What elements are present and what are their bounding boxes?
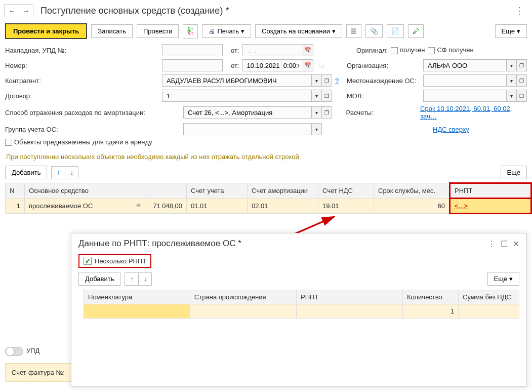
post-button[interactable]: Провести <box>137 24 179 38</box>
popup-move-up[interactable]: ↑ <box>125 273 138 285</box>
col-vat[interactable]: Счет НДС <box>318 183 374 199</box>
eye-icon[interactable]: 👁 <box>136 202 142 209</box>
col-acct[interactable]: Счет учета <box>187 183 248 199</box>
original-label: Оригинал: <box>356 47 388 54</box>
pcell-country[interactable] <box>190 304 297 319</box>
org-input[interactable] <box>427 61 503 70</box>
rnpt-row[interactable]: 1 <box>84 304 519 319</box>
group-dropdown[interactable]: ▾ <box>312 123 322 135</box>
counterparty-input[interactable] <box>166 76 308 85</box>
multi-rnpt-checkbox[interactable]: ✓ <box>84 257 92 265</box>
cell-n: 1 <box>6 199 25 214</box>
dt-kt-button[interactable]: ДтКт <box>183 24 198 38</box>
org-label: Организация: <box>347 62 420 69</box>
more-button[interactable]: Еще ▾ <box>495 24 527 38</box>
popup-maximize-icon[interactable]: ☐ <box>501 239 508 249</box>
invoice-no-input[interactable] <box>166 46 219 55</box>
sf-received-checkbox[interactable] <box>428 47 435 54</box>
vat-link[interactable]: НДС сверху <box>433 126 469 133</box>
contract-open[interactable]: ❐ <box>322 90 332 102</box>
date-input[interactable] <box>246 61 300 70</box>
pcol-qty[interactable]: Количество <box>403 290 459 304</box>
upd-toggle[interactable] <box>5 347 23 356</box>
pcell-rnpt[interactable] <box>297 304 403 319</box>
forward-button[interactable]: → <box>19 5 33 17</box>
write-button[interactable]: Записать <box>91 24 133 38</box>
loc-dropdown[interactable]: ▾ <box>507 74 517 87</box>
pcell-nom[interactable] <box>84 304 190 319</box>
org-open[interactable]: ❐ <box>517 59 527 71</box>
mol-input[interactable] <box>427 92 503 100</box>
calendar-icon[interactable] <box>303 44 313 56</box>
contract-dropdown[interactable]: ▾ <box>312 90 322 102</box>
mol-open[interactable]: ❐ <box>517 90 527 102</box>
col-amount[interactable] <box>146 183 187 199</box>
contract-input[interactable] <box>166 92 308 100</box>
popup-close-icon[interactable]: ✕ <box>513 239 519 249</box>
add-row-button[interactable]: Добавить <box>5 166 47 179</box>
doc-icon <box>391 27 399 35</box>
popup-add-button[interactable]: Добавить <box>78 272 120 286</box>
edit-button[interactable] <box>408 24 424 38</box>
from-label-1: от: <box>231 47 239 54</box>
amort-dropdown[interactable]: ▾ <box>312 106 322 119</box>
col-n[interactable]: N <box>6 183 25 199</box>
location-input[interactable] <box>427 76 503 85</box>
calendar-icon-2[interactable] <box>303 59 313 71</box>
pcol-nom[interactable]: Номенклатура <box>84 290 190 304</box>
pcol-sum[interactable]: Сумма без НДС <box>459 290 519 304</box>
pcol-country[interactable]: Страна происхождения <box>190 290 297 304</box>
mol-label: МОЛ: <box>347 92 420 100</box>
header-more-icon[interactable]: ⋮ <box>511 3 528 18</box>
invoice-date-input[interactable] <box>246 46 300 55</box>
amort-open[interactable]: ❐ <box>322 106 332 119</box>
cell-rnpt[interactable]: <...> <box>450 199 531 214</box>
rnpt-table: Номенклатура Страна происхождения РНПТ К… <box>84 290 519 319</box>
back-button[interactable]: ← <box>5 5 19 17</box>
calc-link[interactable]: Срок 10.10.2021, 60.01, 60.02, зач… <box>420 105 527 120</box>
group-input[interactable] <box>187 125 308 134</box>
amort-label: Способ отражения расходов по амортизации… <box>5 109 183 116</box>
pcell-qty[interactable]: 1 <box>403 304 459 319</box>
loc-open[interactable]: ❐ <box>517 74 527 87</box>
attach-button[interactable] <box>365 24 383 38</box>
col-rnpt[interactable]: РНПТ <box>450 183 531 199</box>
post-and-close-button[interactable]: Провести и закрыть <box>5 23 87 39</box>
org-dropdown[interactable]: ▾ <box>507 59 517 71</box>
mol-dropdown[interactable]: ▾ <box>507 90 517 102</box>
col-asset[interactable]: Основное средство <box>25 183 146 199</box>
rent-checkbox[interactable] <box>5 139 12 146</box>
table-row[interactable]: 1 прослеживаемое ОС 👁 71 048,00 01.01 02… <box>6 199 531 214</box>
received-checkbox[interactable] <box>391 47 398 54</box>
cp-open[interactable]: ❐ <box>322 74 332 87</box>
group-label: Группа учета ОС: <box>5 126 183 133</box>
list-icon <box>351 27 357 35</box>
pcell-sum[interactable] <box>459 304 519 319</box>
pcol-rnpt[interactable]: РНПТ <box>297 290 403 304</box>
help-link[interactable]: ? <box>335 77 339 85</box>
col-amort[interactable]: Счет амортизации <box>248 183 318 199</box>
amort-input[interactable] <box>187 108 308 117</box>
clip-icon <box>370 27 378 35</box>
move-up-button[interactable]: ↑ <box>52 167 65 179</box>
multi-rnpt-box: ✓ Несколько РНПТ <box>78 254 151 268</box>
report-button[interactable] <box>387 24 404 38</box>
table-more-button[interactable]: Еще <box>501 166 527 179</box>
rnpt-popup: Данные по РНПТ: прослеживаемое ОС * ⋮ ☐ … <box>71 233 527 387</box>
assets-table: N Основное средство Счет учета Счет амор… <box>5 182 532 214</box>
link-button[interactable] <box>346 24 361 38</box>
number-input[interactable] <box>166 61 219 70</box>
popup-move-down[interactable]: ↓ <box>138 273 151 285</box>
create-based-button[interactable]: Создать на основании ▾ <box>255 24 342 38</box>
move-down-button[interactable]: ↓ <box>65 167 78 179</box>
sf-tab[interactable]: Счет-фактура №: <box>5 363 71 382</box>
cell-srv: 60 <box>374 199 450 214</box>
cell-vat: 19.01 <box>318 199 374 214</box>
col-srv[interactable]: Срок службы, мес. <box>374 183 450 199</box>
print-button[interactable]: Печать ▾ <box>202 24 251 38</box>
cell-amount: 71 048,00 <box>146 199 187 214</box>
nav-buttons: ← → <box>4 4 33 17</box>
popup-more-button[interactable]: Еще ▾ <box>487 272 519 286</box>
popup-more-icon[interactable]: ⋮ <box>487 239 496 249</box>
cp-dropdown[interactable]: ▾ <box>312 74 322 87</box>
